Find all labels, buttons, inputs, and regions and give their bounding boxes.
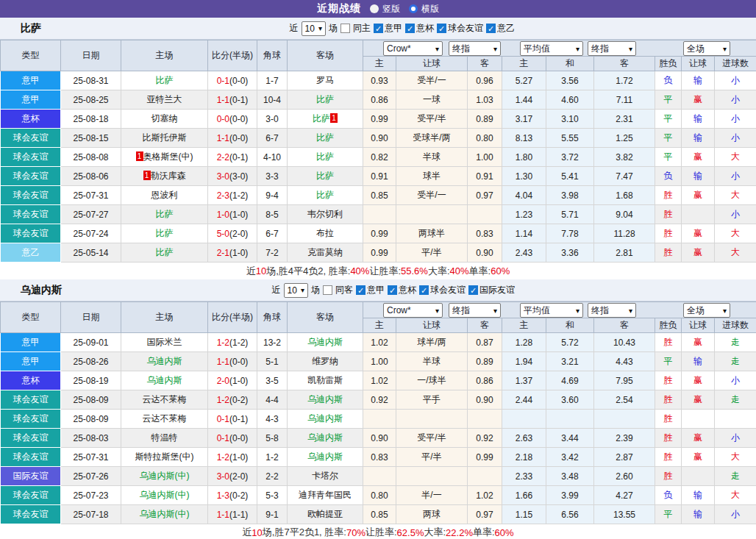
home-team-name[interactable]: 亚特兰大 (147, 94, 182, 104)
result-wdl: 负 (655, 486, 682, 505)
match-count-select[interactable]: 10▾ (284, 283, 308, 298)
same-venue-checkbox[interactable] (323, 285, 332, 295)
same-venue-checkbox[interactable] (340, 24, 350, 33)
league-label: 意甲 (367, 284, 385, 296)
final-odds-select-2[interactable]: 终指▾ (588, 303, 636, 318)
select-value: 平均值 (524, 43, 550, 55)
home-team-name[interactable]: 比萨 (156, 209, 174, 219)
away-team-cell: 韦尔切利 (288, 205, 363, 224)
halftime-score: (1-0) (229, 376, 248, 386)
home-team-name[interactable]: 云达不莱梅 (143, 394, 187, 404)
league-checkbox[interactable]: ✓ (486, 24, 496, 33)
average-select[interactable]: 平均值▾ (520, 303, 583, 318)
home-team-name[interactable]: 比萨 (156, 75, 174, 85)
away-team-name[interactable]: 乌迪内斯 (307, 413, 343, 424)
select-value: Crow* (387, 305, 411, 315)
home-team-name[interactable]: 乌迪内斯(中) (140, 471, 190, 481)
away-team-name[interactable]: 乌迪内斯 (307, 451, 343, 462)
league-checkbox[interactable]: ✓ (405, 24, 415, 33)
league-type-badge: 意甲 (1, 90, 61, 110)
final-odds-select[interactable]: 终指▾ (449, 303, 501, 318)
away-team-name[interactable]: 克雷莫纳 (307, 247, 343, 257)
home-team-name[interactable]: 乌迪内斯 (147, 356, 182, 366)
away-team-name[interactable]: 比萨 (316, 94, 334, 104)
away-team-name[interactable]: 欧帕提亚 (307, 509, 343, 519)
layout-radio-horizontal[interactable]: 横版 (409, 3, 439, 15)
fulltime-score: 0-1 (217, 433, 229, 443)
halftime-score: (1-2) (229, 338, 248, 348)
avg-odds-home: 2.33 (502, 467, 546, 486)
home-team-name[interactable]: 国际米兰 (147, 337, 182, 347)
table-body: 意甲25-08-31比萨0-1(0-0)1-7罗马0.93受半/一0.965.2… (1, 71, 756, 263)
odds-handicap (396, 410, 468, 429)
home-team-name[interactable]: 乌迪内斯(中) (140, 490, 190, 500)
away-team-name[interactable]: 比萨 (316, 190, 334, 200)
fulltime-select[interactable]: 全场▾ (683, 303, 730, 318)
match-date: 25-08-03 (61, 429, 121, 448)
home-team-name[interactable]: 勒沃库森 (151, 171, 186, 181)
odds-handicap: 受平/半 (396, 429, 468, 448)
away-team-name[interactable]: 罗马 (316, 75, 334, 85)
home-team-name[interactable]: 比萨 (156, 228, 174, 238)
away-team-name[interactable]: 乌迪内斯 (307, 337, 343, 347)
home-team-name[interactable]: 乌迪内斯 (147, 375, 182, 385)
match-date: 25-08-15 (61, 129, 121, 148)
final-odds-select[interactable]: 终指▾ (449, 41, 501, 56)
league-checkbox[interactable]: ✓ (437, 24, 446, 33)
away-team-name[interactable]: 韦尔切利 (307, 209, 343, 219)
avg-odds-away: 2.60 (594, 467, 655, 486)
radio-icon-selected[interactable] (409, 4, 418, 13)
league-checkbox[interactable]: ✓ (468, 285, 478, 295)
chevron-down-icon: ▾ (435, 307, 439, 315)
away-team-name[interactable]: 比萨 (313, 113, 330, 124)
away-team-name[interactable]: 迪拜青年国民 (299, 490, 352, 500)
avg-odds-home (502, 410, 546, 429)
league-type-badge: 球会友谊 (1, 167, 61, 186)
summary-text: 让胜率: (369, 265, 401, 278)
league-type-badge: 球会友谊 (1, 205, 61, 224)
away-team-name[interactable]: 布拉 (316, 228, 334, 238)
summary-text: 场,胜4平4负2, 胜率: (266, 265, 350, 278)
match-date: 25-08-31 (61, 71, 121, 90)
match-date: 25-08-19 (61, 371, 121, 390)
fulltime-select[interactable]: 全场▾ (683, 41, 730, 56)
away-team-name[interactable]: 比萨 (316, 171, 334, 181)
league-checkbox[interactable]: ✓ (419, 285, 429, 295)
final-odds-select-2[interactable]: 终指▾ (588, 41, 636, 56)
home-team-name[interactable]: 云达不莱梅 (143, 413, 187, 424)
league-checkbox[interactable]: ✓ (356, 285, 365, 295)
summary: 近10场,胜7平2负1, 胜率:70% 让胜率:62.5% 大率:22.2% 单… (0, 524, 756, 539)
match-count-select[interactable]: 10▾ (302, 21, 326, 36)
home-team-name[interactable]: 比萨 (156, 247, 174, 257)
odds-home: 0.99 (363, 110, 396, 129)
radio-icon[interactable] (370, 4, 379, 13)
home-team-name[interactable]: 奥格斯堡(中) (143, 151, 193, 162)
home-team-cell: 国际米兰 (121, 333, 208, 352)
odds-source-select[interactable]: Crow*▾ (383, 303, 443, 318)
league-checkbox[interactable]: ✓ (388, 285, 397, 295)
home-team-name[interactable]: 斯特拉斯堡(中) (135, 451, 194, 462)
avg-odds-draw: 6.56 (546, 505, 594, 524)
away-team-name[interactable]: 维罗纳 (312, 356, 338, 366)
away-team-name[interactable]: 凯勒雷斯 (307, 375, 343, 385)
home-team-name[interactable]: 比斯托伊斯 (143, 132, 187, 143)
home-team-name[interactable]: 切塞纳 (151, 113, 178, 124)
layout-radio-vertical[interactable]: 竖版 (370, 3, 400, 15)
away-team-name[interactable]: 比萨 (316, 151, 334, 162)
away-team-name[interactable]: 乌迪内斯 (307, 394, 343, 404)
away-team-cell: 比萨 (288, 129, 363, 148)
odds-source-select[interactable]: Crow*▾ (383, 41, 443, 56)
avg-odds-home: 1.66 (502, 486, 546, 505)
away-team-cell: 欧帕提亚 (288, 505, 363, 524)
league-checkbox[interactable]: ✓ (374, 24, 383, 33)
away-team-name[interactable]: 卡塔尔 (312, 471, 338, 481)
avg-odds-away: 11.28 (594, 224, 655, 243)
home-team-name[interactable]: 乌迪内斯(中) (140, 509, 190, 519)
league-type-badge: 意甲 (1, 333, 61, 352)
away-team-name[interactable]: 乌迪内斯 (307, 432, 343, 443)
home-team-name[interactable]: 特温特 (151, 432, 178, 443)
home-team-name[interactable]: 恩波利 (151, 190, 178, 200)
away-team-name[interactable]: 比萨 (316, 132, 334, 143)
average-select[interactable]: 平均值▾ (520, 41, 583, 56)
dropdown-wrap: Crow*▾终指▾平均值▾终指▾全场▾ (363, 40, 756, 56)
